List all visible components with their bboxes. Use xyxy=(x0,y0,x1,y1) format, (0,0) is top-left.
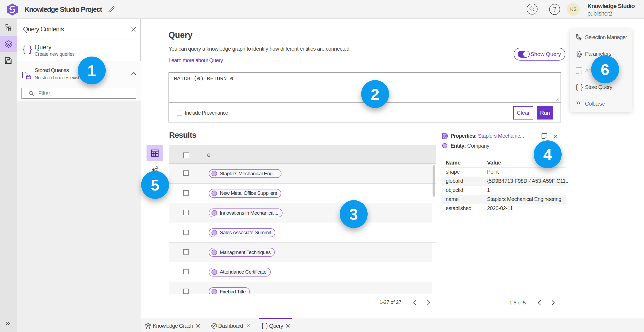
svg-text:?: ? xyxy=(553,6,557,13)
